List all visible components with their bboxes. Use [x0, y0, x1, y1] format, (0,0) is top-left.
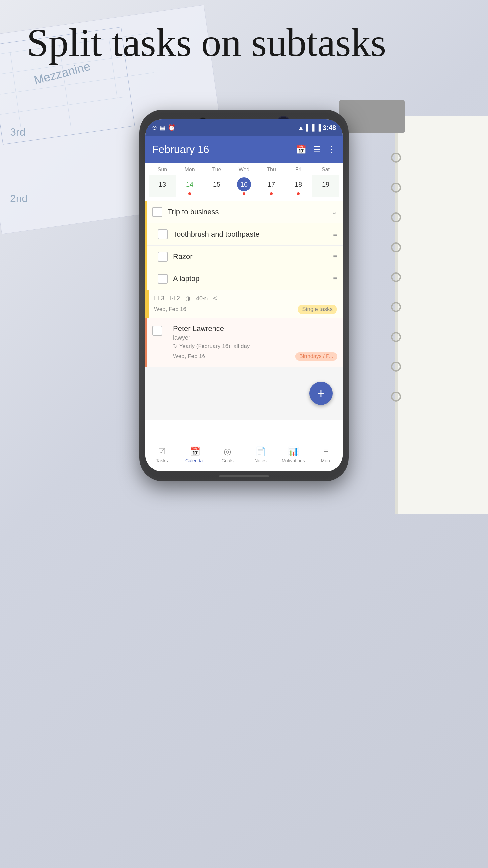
- date-16-today[interactable]: 16: [231, 175, 257, 197]
- task-list: Trip to business ⌄ Toothbrush and toothp…: [145, 201, 343, 438]
- status-time: 3:48: [323, 124, 336, 132]
- unchecked-count: ☐ 3: [154, 295, 164, 302]
- goals-nav-label: Goals: [221, 458, 234, 463]
- task-stats: ☐ 3 ☑ 2 ◑ 40% <: [154, 294, 337, 303]
- task-trip-text: Trip to business: [167, 208, 331, 216]
- notes-nav-icon: 📄: [255, 446, 266, 457]
- task-laptop-drag-icon[interactable]: ≡: [333, 275, 337, 283]
- task-date: Wed, Feb 16: [154, 306, 186, 313]
- header-icons: 📅 ☰ ⋮: [296, 145, 336, 155]
- date-19[interactable]: 19: [312, 175, 339, 197]
- date-15[interactable]: 15: [203, 175, 231, 197]
- birthday-subtitle: lawyer: [173, 334, 337, 341]
- date-num-18: 18: [292, 177, 305, 191]
- nav-item-goals[interactable]: ◎ Goals: [211, 446, 244, 463]
- task-trip-parent[interactable]: Trip to business ⌄: [147, 201, 343, 223]
- bg-floor-3rd: 3rd: [10, 126, 25, 138]
- task-laptop-checkbox[interactable]: [158, 274, 167, 284]
- menu-icon[interactable]: ☰: [313, 145, 321, 155]
- date-13[interactable]: 13: [149, 175, 176, 197]
- header-date: February 16: [152, 144, 210, 156]
- nav-item-calendar[interactable]: 📅 Calendar: [178, 446, 211, 463]
- task-laptop[interactable]: A laptop ≡: [147, 268, 343, 290]
- birthday-item[interactable]: Peter Lawrence lawyer ↻ Yearly (February…: [147, 318, 343, 367]
- page-title: Split tasks on subtasks: [27, 20, 386, 66]
- nav-item-more[interactable]: ≡ More: [310, 446, 343, 463]
- signal-icon: ▌▐: [306, 124, 315, 131]
- task-laptop-text: A laptop: [173, 275, 333, 283]
- day-wed: Wed: [231, 167, 257, 173]
- day-sat: Sat: [312, 167, 339, 173]
- day-mon: Mon: [176, 167, 203, 173]
- task-toothbrush[interactable]: Toothbrush and toothpaste ≡: [147, 223, 343, 246]
- task-group-birthday: Peter Lawrence lawyer ↻ Yearly (February…: [145, 318, 343, 367]
- ring: [391, 183, 401, 192]
- date-18[interactable]: 18: [285, 175, 312, 197]
- add-task-fab[interactable]: +: [309, 382, 333, 405]
- birthday-title: Peter Lawrence: [173, 324, 337, 333]
- task-razor-drag-icon[interactable]: ≡: [333, 252, 337, 261]
- task-razor-text: Razor: [173, 252, 333, 261]
- more-options-icon[interactable]: ⋮: [327, 145, 336, 155]
- task-group-trip: Trip to business ⌄ Toothbrush and toothp…: [145, 201, 343, 318]
- task-collapse-icon[interactable]: <: [213, 294, 217, 303]
- sync-icon: ▦: [160, 124, 165, 131]
- progress-pct: 40%: [196, 295, 208, 302]
- notification-icon: ⊙: [152, 124, 157, 131]
- motivations-nav-label: Motivations: [281, 458, 305, 463]
- alarm-icon: ⏰: [168, 124, 175, 131]
- status-left: ⊙ ▦ ⏰: [152, 124, 175, 131]
- birthday-recurrence: ↻ Yearly (February 16); all day: [173, 343, 337, 349]
- ring: [391, 242, 401, 252]
- status-bar: ⊙ ▦ ⏰ ▲ ▌▐ ▐ 3:48: [145, 120, 343, 136]
- calendar-nav-label: Calendar: [185, 458, 204, 463]
- phone-home-indicator: [219, 475, 269, 477]
- day-tue: Tue: [203, 167, 231, 173]
- birthday-category-label: Birthdays / P...: [296, 352, 337, 361]
- date-num-13: 13: [155, 177, 169, 191]
- task-toothbrush-text: Toothbrush and toothpaste: [173, 230, 333, 239]
- nav-item-motivations[interactable]: 📊 Motivations: [277, 446, 310, 463]
- stapler-object: [339, 100, 405, 133]
- more-nav-icon: ≡: [324, 446, 329, 457]
- day-thu: Thu: [257, 167, 285, 173]
- goals-nav-icon: ◎: [224, 446, 232, 457]
- date-num-19: 19: [319, 177, 333, 191]
- task-trip-checkbox[interactable]: [152, 207, 162, 217]
- tasks-nav-label: Tasks: [156, 458, 168, 463]
- tasks-nav-icon: ☑: [158, 446, 166, 457]
- week-dates: 13 14 15 16: [149, 175, 339, 197]
- date-num-15: 15: [210, 177, 224, 191]
- battery-icon: ▐: [316, 124, 321, 131]
- notes-nav-label: Notes: [254, 458, 267, 463]
- bottom-nav: ☑ Tasks 📅 Calendar ◎ Goals 📄 Notes 📊: [145, 438, 343, 471]
- task-toothbrush-checkbox[interactable]: [158, 229, 167, 239]
- date-num-17: 17: [264, 177, 278, 191]
- birthday-checkbox[interactable]: [152, 326, 162, 336]
- date-num-16: 16: [237, 177, 251, 191]
- birthday-footer: Wed, Feb 16 Birthdays / P...: [173, 352, 337, 361]
- date-17[interactable]: 17: [257, 175, 285, 197]
- ring: [391, 153, 401, 163]
- wifi-icon: ▲: [298, 124, 304, 131]
- status-icons: ▲ ▌▐ ▐ 3:48: [298, 124, 336, 132]
- checked-count: ☑ 2: [170, 295, 180, 302]
- bg-floor-2nd: 2nd: [10, 192, 28, 205]
- date-14[interactable]: 14: [176, 175, 203, 197]
- phone-screen: ⊙ ▦ ⏰ ▲ ▌▐ ▐ 3:48 February 16 📅 ☰ ⋮: [145, 120, 343, 471]
- screen-content: Sun Mon Tue Wed Thu Fri Sat 13: [145, 163, 343, 438]
- phone-device: ⊙ ▦ ⏰ ▲ ▌▐ ▐ 3:48 February 16 📅 ☰ ⋮: [140, 110, 348, 481]
- notebook-rings: [391, 123, 401, 402]
- calendar-view-icon[interactable]: 📅: [296, 145, 306, 155]
- task-toothbrush-drag-icon[interactable]: ≡: [333, 230, 337, 239]
- calendar-nav-icon: 📅: [189, 446, 200, 457]
- ring: [391, 362, 401, 372]
- app-header: February 16 📅 ☰ ⋮: [145, 136, 343, 163]
- task-razor[interactable]: Razor ≡: [147, 246, 343, 268]
- nav-item-notes[interactable]: 📄 Notes: [244, 446, 277, 463]
- task-trip-expand-icon[interactable]: ⌄: [331, 208, 337, 216]
- week-days-header: Sun Mon Tue Wed Thu Fri Sat: [149, 167, 339, 173]
- more-nav-label: More: [321, 458, 332, 463]
- nav-item-tasks[interactable]: ☑ Tasks: [145, 446, 178, 463]
- task-razor-checkbox[interactable]: [158, 252, 167, 261]
